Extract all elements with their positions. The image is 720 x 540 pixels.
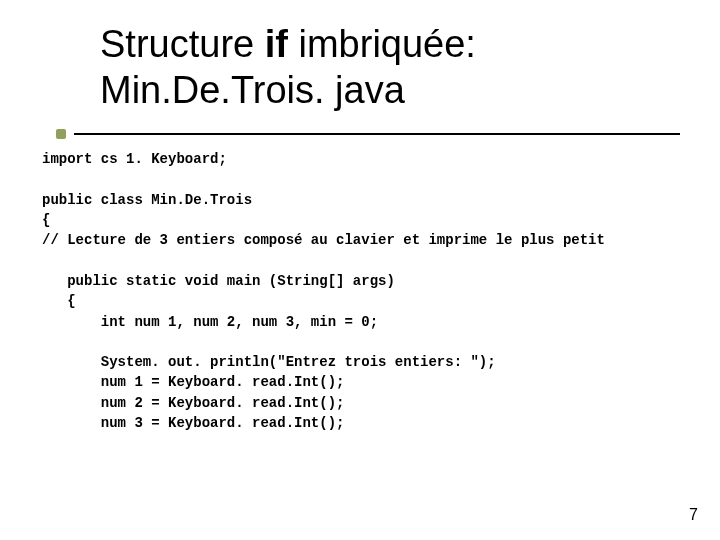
page-number: 7	[689, 506, 698, 524]
title-bold-keyword: if	[265, 23, 288, 65]
code-listing: import cs 1. Keyboard; public class Min.…	[42, 149, 680, 433]
title-divider	[40, 127, 680, 139]
title-line-2: Min.De.Trois. java	[100, 68, 680, 114]
title-line-1: Structure if imbriquée:	[100, 22, 680, 68]
slide: Structure if imbriquée: Min.De.Trois. ja…	[0, 0, 720, 540]
horizontal-rule	[74, 133, 680, 135]
title-pre: Structure	[100, 23, 265, 65]
bullet-icon	[56, 129, 66, 139]
title-post: imbriquée:	[288, 23, 476, 65]
slide-title: Structure if imbriquée: Min.De.Trois. ja…	[100, 22, 680, 113]
